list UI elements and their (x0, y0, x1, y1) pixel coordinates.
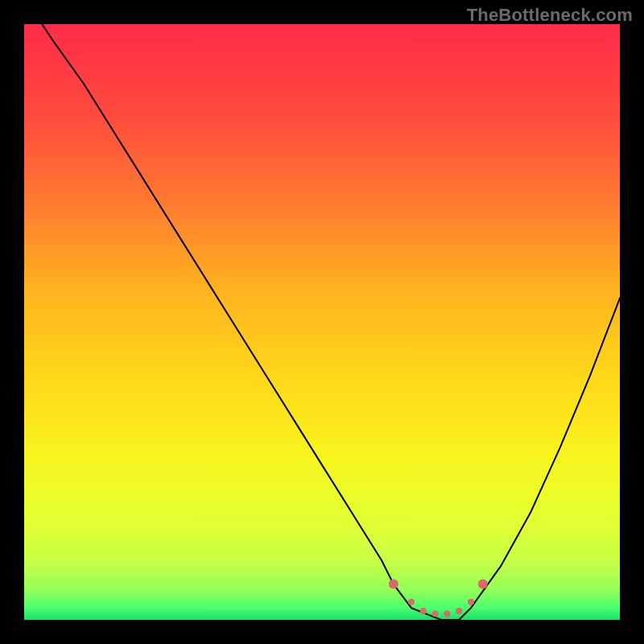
sweet-spot-marker (389, 580, 398, 589)
bottleneck-chart (24, 24, 620, 620)
sweet-spot-marker (444, 611, 450, 617)
sweet-spot-marker (478, 580, 488, 589)
sweet-spot-marker (408, 599, 415, 605)
sweet-spot-marker (420, 608, 427, 614)
gradient-background (24, 24, 620, 620)
watermark-text: TheBottleneck.com (467, 5, 633, 26)
sweet-spot-marker (456, 608, 462, 614)
sweet-spot-marker (468, 599, 474, 605)
chart-container: TheBottleneck.com (0, 0, 644, 644)
sweet-spot-marker (432, 611, 439, 617)
